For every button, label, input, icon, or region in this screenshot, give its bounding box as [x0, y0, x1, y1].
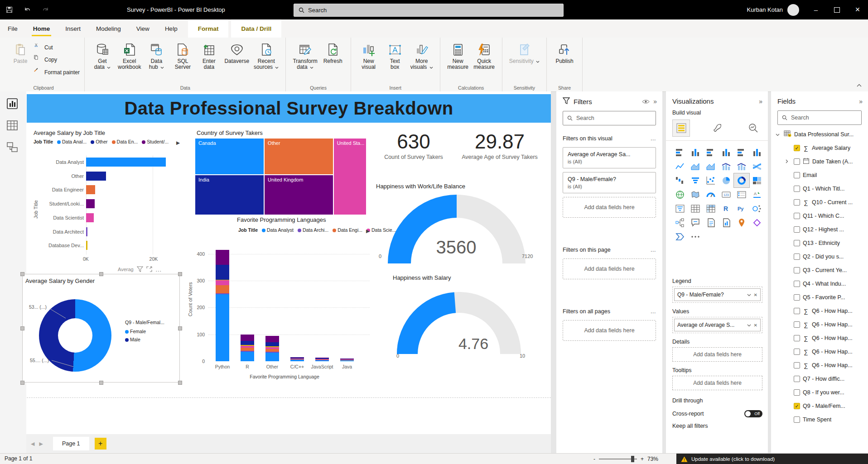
line-chart-icon[interactable]	[672, 159, 688, 173]
next-page-icon[interactable]: ▶	[39, 441, 43, 447]
minimize-button[interactable]: –	[805, 0, 826, 19]
menu-insert[interactable]: Insert	[58, 19, 88, 38]
fields-search-input[interactable]: Search	[777, 110, 862, 125]
field-row-q6-how-hap[interactable]: ∑Q6 - How Hap...	[771, 359, 868, 372]
field-checkbox[interactable]	[794, 349, 800, 355]
more-options-icon[interactable]: …	[651, 308, 656, 315]
more-options-icon[interactable]	[688, 230, 703, 244]
avatar[interactable]	[787, 4, 799, 16]
field-row-average-salary[interactable]: ✓∑Average Salary	[771, 141, 868, 155]
treemap-visual[interactable]: Country of Survey Takers CanadaOtherUnit…	[195, 126, 366, 221]
legend-item[interactable]: Data Anal...	[57, 139, 87, 144]
field-row-q6-how-hap[interactable]: ∑Q6 - How Hap...	[771, 304, 868, 318]
legend-scroll-icon[interactable]: ▶	[176, 140, 180, 145]
cross-report-toggle[interactable]: Off	[744, 410, 762, 417]
field-row-q5-favorite-p[interactable]: Q5 - Favorite P...	[771, 291, 868, 304]
model-view-icon[interactable]	[6, 141, 19, 154]
age-card-visual[interactable]: 29.87 Average Age of Survey Takers	[461, 131, 538, 169]
legend-item[interactable]: Male	[125, 337, 164, 342]
tooltips-well-dropzone[interactable]: Add data fields here	[672, 376, 762, 390]
undo-icon[interactable]	[18, 0, 36, 19]
bar-data-engineer[interactable]	[86, 185, 95, 194]
scatter-chart-icon[interactable]	[703, 173, 719, 187]
report-view-icon[interactable]	[6, 98, 19, 110]
arcgis-map-icon[interactable]	[734, 215, 749, 230]
focus-mode-icon[interactable]	[146, 266, 152, 273]
100-stacked-column-chart-icon[interactable]	[749, 145, 765, 159]
legend-item[interactable]: Data Scie...	[366, 227, 396, 233]
legend-field-pill[interactable]: Q9 - Male/Female? ✕	[674, 288, 761, 301]
menu-modeling[interactable]: Modeling	[88, 19, 129, 38]
update-banner[interactable]: Update available (click to download)	[676, 454, 868, 464]
new-measure-button[interactable]: Newmeasure	[445, 39, 471, 72]
zoom-out-button[interactable]: -	[593, 456, 595, 462]
expand-icon[interactable]	[786, 159, 791, 164]
redo-icon[interactable]	[36, 0, 54, 19]
clustered-column-chart-icon[interactable]	[719, 145, 734, 159]
cut-button[interactable]: Cut	[34, 43, 80, 52]
field-checkbox[interactable]	[794, 199, 800, 206]
filter-funnel-icon[interactable]	[137, 266, 143, 273]
enter-data-button[interactable]: Enterdata	[196, 39, 222, 72]
100-stacked-bar-chart-icon[interactable]	[734, 145, 749, 159]
field-checkbox[interactable]	[794, 308, 800, 314]
values-field-pill[interactable]: Average of Average S... ✕	[674, 319, 761, 331]
key-influencers-icon[interactable]	[749, 201, 765, 215]
zoom-slider-thumb[interactable]	[631, 456, 634, 462]
python-visual-icon[interactable]: Py	[734, 201, 749, 215]
funnel-chart-icon[interactable]	[688, 173, 703, 187]
resize-handle[interactable]	[20, 272, 24, 276]
kpi-icon[interactable]: A	[749, 187, 765, 201]
field-row-q10-current[interactable]: ∑Q10 - Current ...	[771, 196, 868, 209]
dataverse-button[interactable]: Dataverse	[222, 39, 251, 66]
save-icon[interactable]	[0, 0, 18, 19]
legend-item[interactable]: Data Archi...	[298, 227, 328, 233]
field-checkbox[interactable]	[794, 254, 800, 260]
legend-scroll-icon[interactable]: ▶	[366, 228, 370, 234]
r-script-visual-icon[interactable]: R	[719, 201, 734, 215]
field-row-q3-current-ye[interactable]: Q3 - Current Ye...	[771, 263, 868, 277]
column-c-c[interactable]	[290, 357, 304, 361]
filter-card-q9-male-female[interactable]: Q9 - Male/Female?is (All)	[563, 172, 656, 193]
legend-item[interactable]: Student/...	[142, 139, 169, 144]
slicer-icon[interactable]	[672, 201, 688, 215]
transform-data-button[interactable]: Transformdata	[290, 39, 319, 72]
column-r[interactable]	[241, 335, 254, 361]
stacked-column-chart-icon[interactable]	[688, 145, 703, 159]
clustered-bar-chart-icon[interactable]	[703, 145, 719, 159]
area-chart-icon[interactable]	[688, 159, 703, 173]
donut-chart-icon[interactable]	[734, 173, 749, 187]
format-painter-button[interactable]: Format painter	[34, 67, 80, 77]
bar-data-architect[interactable]	[86, 227, 87, 236]
paginated-report-icon[interactable]	[719, 215, 734, 230]
power-automate-icon[interactable]	[672, 230, 688, 244]
legend-item[interactable]: Data En...	[112, 139, 138, 144]
legend-item[interactable]: Data Engi...	[333, 227, 362, 233]
field-row-q12-highest[interactable]: Q12 - Highest ...	[771, 223, 868, 236]
sensitivity-button[interactable]: Sensitivity	[507, 39, 542, 66]
field-row-q6-how-hap[interactable]: ∑Q6 - How Hap...	[771, 345, 868, 359]
resize-handle[interactable]	[178, 272, 182, 276]
excel-workbook-button[interactable]: Excelworkbook	[116, 39, 143, 72]
field-row-q11-which-c[interactable]: Q11 - Which C...	[771, 209, 868, 223]
field-checkbox[interactable]	[794, 281, 800, 287]
details-well-dropzone[interactable]: Add data fields here	[672, 347, 762, 362]
filters-search-input[interactable]: Search	[563, 111, 656, 125]
multi-row-card-icon[interactable]	[734, 187, 749, 201]
treemap-tile-canada[interactable]: Canada	[195, 138, 264, 175]
decomposition-tree-icon[interactable]	[672, 215, 688, 230]
power-apps-icon[interactable]	[749, 215, 765, 230]
menu-help[interactable]: Help	[157, 19, 185, 38]
stacked-area-chart-icon[interactable]	[703, 159, 719, 173]
resize-handle[interactable]	[178, 326, 182, 330]
resize-handle[interactable]	[20, 326, 24, 330]
eye-icon[interactable]	[642, 98, 650, 105]
recent-sources-button[interactable]: Recentsources	[251, 39, 281, 72]
resize-handle[interactable]	[99, 272, 103, 276]
legend-item[interactable]: Female	[125, 329, 164, 334]
pie-chart-icon[interactable]	[719, 173, 734, 187]
account-area[interactable]: Kurban Kotan	[747, 0, 799, 19]
text-box-button[interactable]: Textbox	[382, 39, 408, 72]
bar-data-scientist[interactable]	[86, 213, 94, 222]
copy-button[interactable]: Copy	[34, 55, 80, 64]
